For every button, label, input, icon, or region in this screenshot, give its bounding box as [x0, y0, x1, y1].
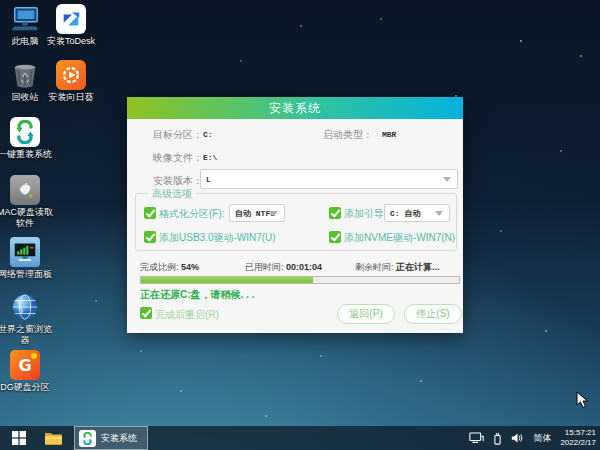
remaining-time-stat: 剩余时间: 正在计算...	[355, 261, 440, 274]
taskbar: 安装系统 简体 15:57:21 2022/2/17	[0, 426, 600, 450]
mouse-cursor	[576, 391, 592, 409]
image-file-value: E:\	[203, 153, 217, 162]
chevron-down-icon	[443, 177, 451, 182]
format-partition-label: 格式化分区(F):	[159, 207, 225, 221]
stop-button[interactable]: 停止(S)	[404, 304, 462, 324]
star-field	[0, 0, 2, 2]
progress-percent-stat: 完成比例: 54%	[140, 261, 199, 274]
sunflower-icon	[56, 60, 86, 90]
restart-after-label: 完成后重启(R)	[155, 308, 219, 322]
desktop-icon-label: 世界之窗浏览器	[0, 324, 53, 346]
install-version-select[interactable]: L	[200, 169, 458, 189]
desktop-icon-browser[interactable]: 世界之窗浏览器	[0, 292, 53, 346]
image-file-label: 映像文件：	[153, 151, 203, 165]
network-icon[interactable]	[469, 432, 484, 444]
desktop-icon-label: 网络管理面板	[0, 269, 53, 280]
clock-date: 2022/2/17	[560, 438, 596, 448]
install-version-label: 安装版本：	[153, 174, 203, 188]
format-mode-value: 自动 NTFS	[235, 208, 275, 219]
recycle-bin-icon	[10, 60, 40, 90]
clock[interactable]: 15:57:21 2022/2/17	[560, 428, 596, 448]
usb-device-icon[interactable]	[493, 432, 502, 445]
folder-icon	[45, 431, 62, 445]
back-button[interactable]: 返回(P)	[337, 304, 395, 324]
boot-target-select[interactable]: C: 自动	[384, 204, 450, 222]
desktop-icon-label: MAC硬盘读取软件	[0, 207, 53, 229]
this-pc-icon	[10, 4, 40, 34]
advanced-options-title: 高级选项	[148, 187, 196, 201]
usb3-driver-checkbox[interactable]	[144, 231, 156, 243]
chevron-down-icon	[270, 211, 278, 216]
desktop-icon-todesk[interactable]: 安装ToDesk	[43, 4, 99, 47]
todesk-icon	[56, 4, 86, 34]
add-boot-checkbox[interactable]	[329, 207, 341, 219]
taskbar-item-install-system[interactable]: 安装系统	[74, 426, 148, 450]
desktop-icon-label: 安装向日葵	[43, 92, 99, 103]
progress-bar-fill	[141, 277, 313, 283]
elapsed-time-stat: 已用时间: 00:01:04	[245, 261, 322, 274]
install-system-task-icon	[79, 430, 96, 447]
reinstall-system-icon	[10, 117, 40, 147]
install-system-dialog: 安装系统 目标分区： C: 启动类型： MBR 映像文件： E:\ 安装版本： …	[127, 97, 463, 333]
taskbar-item-label: 安装系统	[101, 432, 137, 445]
volume-icon[interactable]	[511, 432, 524, 444]
file-explorer-button[interactable]	[38, 426, 68, 450]
install-version-value: L	[206, 175, 211, 184]
system-tray: 简体 15:57:21 2022/2/17	[469, 428, 600, 448]
start-button[interactable]	[0, 426, 38, 450]
browser-globe-icon	[10, 292, 40, 322]
desktop-icon-reinstall[interactable]: 一键重装系统	[0, 117, 53, 160]
format-mode-select[interactable]: 自动 NTFS	[229, 204, 285, 222]
boot-target-value: C: 自动	[390, 208, 420, 219]
dialog-titlebar[interactable]: 安装系统	[127, 97, 463, 119]
input-language-indicator[interactable]: 简体	[533, 432, 551, 445]
desktop-icon-label: DG硬盘分区	[0, 382, 53, 393]
dialog-title: 安装系统	[269, 101, 321, 115]
format-partition-checkbox[interactable]	[144, 207, 156, 219]
desktop: 此电脑 安装ToDesk 回收站 安装向日葵 一键重装系统	[0, 0, 600, 450]
status-text: 正在还原C:盘，请稍候. . .	[140, 288, 254, 302]
boot-type-label: 启动类型：	[323, 128, 373, 142]
desktop-icon-network-panel[interactable]: 网络管理面板	[0, 237, 53, 280]
boot-type-value: MBR	[382, 130, 396, 139]
restart-after-checkbox[interactable]	[140, 307, 152, 319]
windows-logo-icon	[12, 431, 26, 445]
desktop-icon-mac-disk[interactable]: MAC硬盘读取软件	[0, 175, 53, 229]
desktop-icon-label: 一键重装系统	[0, 149, 53, 160]
mac-disk-icon	[10, 175, 40, 205]
chevron-down-icon	[435, 211, 443, 216]
desktop-icon-sunflower[interactable]: 安装向日葵	[43, 60, 99, 103]
nvme-driver-label: 添加NVME驱动-WIN7(N)	[344, 231, 455, 245]
dg-partition-icon: G	[10, 350, 40, 380]
usb3-driver-label: 添加USB3.0驱动-WIN7(U)	[159, 231, 276, 245]
target-partition-value: C:	[203, 130, 213, 139]
progress-bar	[140, 276, 460, 284]
clock-time: 15:57:21	[560, 428, 596, 438]
target-partition-label: 目标分区：	[153, 128, 203, 142]
advanced-options-group: 高级选项 格式化分区(F): 自动 NTFS 添加引导(G): C: 自动 添加…	[135, 193, 457, 251]
network-panel-icon	[10, 237, 40, 267]
nvme-driver-checkbox[interactable]	[329, 231, 341, 243]
desktop-icon-dg-partition[interactable]: G DG硬盘分区	[0, 350, 53, 393]
desktop-icon-label: 安装ToDesk	[43, 36, 99, 47]
